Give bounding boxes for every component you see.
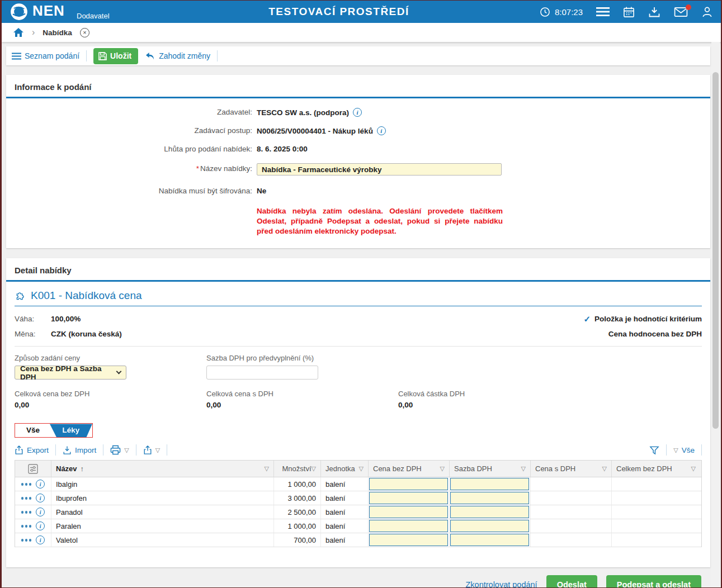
vat-rate-input[interactable] [450,478,529,490]
column-filter-icon[interactable]: ▽ [265,465,269,472]
vat-prefill-input[interactable] [206,366,318,380]
detail-section: Detail nabídky K001 - Nabídková cena Váh… [6,258,710,567]
column-filter-icon[interactable]: ▽ [521,465,526,472]
row-actions-icon[interactable] [21,483,32,486]
import-button[interactable]: Import [63,445,96,455]
column-header-celkem-bez-dph[interactable]: Celkem bez DPH ▽ [612,461,700,477]
column-filter-icon[interactable]: ▽ [440,465,445,472]
column-header-jednotka[interactable]: Jednotka ▽ [321,461,369,477]
column-header-nazev[interactable]: Název↑ ▽ [51,461,274,477]
vat-rate-input[interactable] [450,492,529,504]
total-vat-amount-value: 0,00 [398,401,590,409]
send-button[interactable]: Odeslat [546,575,597,588]
sign-and-send-button[interactable]: Podepsat a odeslat [606,575,701,588]
close-tab-icon[interactable]: × [80,28,89,37]
price-no-vat-input[interactable] [369,534,448,546]
view-selector[interactable]: ▽ Vše [673,446,695,454]
price-no-vat-input[interactable] [369,520,448,532]
table-header-row: Název↑ ▽ Množství ▽ Jednotka ▽ Cena be [15,461,701,477]
print-menu-button[interactable]: ▽ [110,445,129,455]
scrollbar-thumb[interactable] [712,72,719,429]
tab-vse[interactable]: Vše [15,424,51,437]
column-filter-icon[interactable]: ▽ [602,465,607,472]
row-actions-icon[interactable] [21,511,32,514]
vaha-label: Váha: [15,315,51,323]
row-unit: balení [321,519,369,533]
total-no-vat-label: Celková cena bez DPH [15,390,206,398]
row-info-icon[interactable]: i [36,535,45,544]
filter-funnel-icon[interactable] [649,445,659,455]
not-sent-warning: Nabídka nebyla zatím odeslána. Odeslání … [257,206,503,236]
column-header-mnozstvi[interactable]: Množství ▽ [274,461,321,477]
lhuta-label: Lhůta pro podání nabídek: [6,144,252,153]
row-total-no-vat [612,477,700,491]
vat-rate-input[interactable] [450,534,529,546]
vaha-value: 100,00% [51,315,81,323]
breadcrumb-item-nabidka[interactable]: Nabídka [43,29,72,37]
table-row[interactable]: i Paralen 1 000,00 balení [15,519,701,533]
info-icon[interactable]: i [377,126,386,135]
downloads-tray-icon[interactable] [648,6,660,18]
row-info-icon[interactable]: i [36,494,45,502]
column-filter-icon[interactable]: ▽ [359,465,364,472]
row-total-no-vat [612,533,700,547]
scrollbar-track[interactable] [711,42,720,587]
nazev-nabidky-label: *Název nabídky: [6,163,252,173]
table-row[interactable]: i Valetol 700,00 balení [15,533,701,547]
column-filter-icon[interactable]: ▽ [691,465,696,472]
vat-rate-input[interactable] [450,506,529,518]
info-icon[interactable]: i [353,108,362,117]
table-row[interactable]: i Ibalgin 1 000,00 balení [15,477,701,491]
mena-label: Měna: [15,330,51,338]
top-header-bar: NEN Dodavatel TESTOVACÍ PROSTŘEDÍ 8:07:2… [2,1,721,23]
column-chooser-icon[interactable] [28,464,38,474]
table-row[interactable]: i Panadol 2 500,00 balení [15,505,701,519]
price-no-vat-input[interactable] [369,492,448,504]
nazev-nabidky-input[interactable] [257,163,502,176]
check-submission-link[interactable]: Zkontrolovat podání [465,580,537,588]
logo-role-label: Dodavatel [77,12,110,20]
row-actions-icon[interactable] [21,525,32,528]
toolbar-divider [666,444,667,456]
discard-changes-link[interactable]: Zahodit změny [145,51,210,60]
user-profile-icon[interactable] [701,6,713,18]
breadcrumb: › Nabídka × [2,23,721,42]
column-header-sazba-dph[interactable]: Sazba DPH ▽ [450,461,531,477]
row-info-icon[interactable]: i [36,480,45,489]
printer-icon [110,445,121,455]
share-menu-button[interactable]: ▽ [143,445,160,455]
column-filter-icon[interactable]: ▽ [312,465,316,472]
row-qty: 3 000,00 [274,491,321,505]
row-qty: 700,00 [274,533,321,547]
save-button[interactable]: Uložit [93,48,138,64]
column-header-cena-s-dph[interactable]: Cena s DPH ▽ [531,461,612,477]
price-mode-select[interactable]: Cena bez DPH a Sazba DPH [15,366,126,380]
row-actions-icon[interactable] [21,539,32,542]
table-row[interactable]: i Ibuprofen 3 000,00 balení [15,491,701,505]
mena-value: CZK (koruna česká) [51,330,122,338]
column-header-cena-bez-dph[interactable]: Cena bez DPH ▽ [369,461,450,477]
toolbar-divider [217,50,218,61]
row-unit: balení [321,505,369,519]
app-window: NEN Dodavatel TESTOVACÍ PROSTŘEDÍ 8:07:2… [0,0,722,588]
row-actions-icon[interactable] [21,497,32,500]
dropdown-triangle-icon: ▽ [124,447,129,454]
row-info-icon[interactable]: i [36,521,45,530]
row-qty: 1 000,00 [274,477,321,491]
vat-rate-input[interactable] [450,520,529,532]
share-icon [143,445,152,455]
row-info-icon[interactable]: i [36,508,45,516]
nen-logo[interactable]: NEN Dodavatel [10,1,177,23]
seznam-podani-link[interactable]: Seznam podání [12,51,79,60]
price-no-vat-input[interactable] [369,478,448,490]
menu-icon[interactable] [596,7,610,17]
home-icon[interactable] [13,27,24,37]
price-no-vat-input[interactable] [369,506,448,518]
calendar-icon[interactable] [623,6,635,18]
messages-icon[interactable] [674,7,688,17]
row-unit: balení [321,533,369,547]
export-button[interactable]: Export [15,445,49,455]
criterion-title: K001 - Nabídková cena [31,290,142,302]
item-tabs: Vše Léky [15,423,93,438]
tab-leky[interactable]: Léky [50,424,92,437]
